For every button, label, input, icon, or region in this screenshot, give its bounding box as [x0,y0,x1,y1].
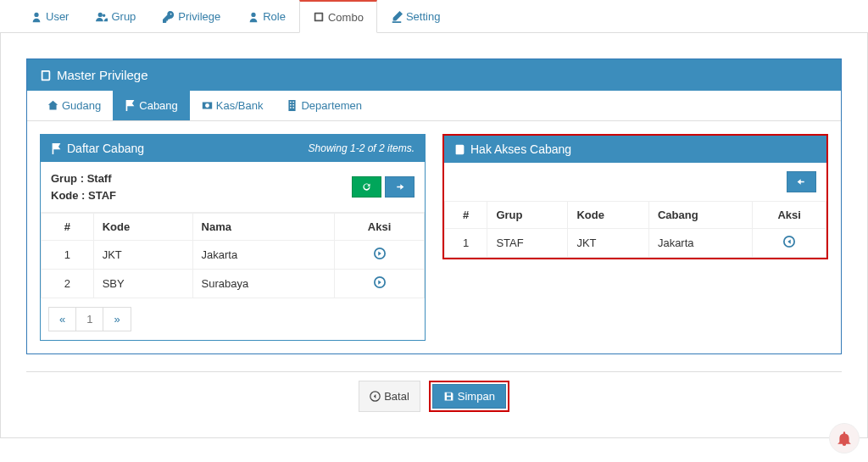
col-cabang: Cabang [648,202,753,229]
subtab-cabang[interactable]: Cabang [113,91,190,120]
tab-grup[interactable]: Grup [82,0,149,32]
unassign-all-button[interactable] [787,171,816,192]
page-prev[interactable]: « [48,307,76,331]
tab-privilege[interactable]: Privilege [149,0,234,32]
col-nama: Nama [192,214,334,241]
box-title: Hak Akses Cabang [470,142,571,156]
col-kode: Kode [93,214,192,241]
assign-all-button[interactable] [385,176,415,198]
page-next[interactable]: » [103,307,131,331]
subtab-gudang[interactable]: Gudang [36,91,113,120]
subtab-label: Departemen [301,99,362,112]
subtab-kasbank[interactable]: Kas/Bank [190,91,275,120]
tab-user[interactable]: User [17,0,82,32]
add-row-button[interactable] [374,278,386,291]
notification-bell[interactable] [829,423,860,454]
tab-label: User [46,10,69,23]
add-row-button[interactable] [374,249,386,262]
page-number[interactable]: 1 [75,307,103,331]
subtab-label: Cabang [139,99,178,112]
tab-combo[interactable]: Combo [299,0,377,33]
table-row: 2 SBY Surabaya [42,270,425,298]
tab-label: Privilege [178,10,220,23]
refresh-icon [361,181,372,192]
col-aksi: Aksi [335,214,425,241]
arrow-right-icon [394,181,405,192]
master-privilege-panel: Master Privilege Gudang Cabang Kas/Bank [26,58,842,354]
tab-label: Combo [328,11,364,24]
table-row: 1 JKT Jakarta [42,241,425,270]
role-icon [248,11,259,23]
box-title: Daftar Cabang [67,142,144,155]
money-icon [202,100,213,111]
users-icon [96,11,108,23]
col-num: # [42,214,94,241]
home-icon [47,100,58,111]
table-row: 1 STAF JKT Jakarta [445,229,826,258]
main-nav-tabs: User Grup Privilege Role Combo Setting [0,0,868,33]
arrow-left-icon [796,176,807,187]
save-icon [443,391,454,402]
group-info: Grup : Staff Kode : STAF [51,170,116,203]
refresh-button[interactable] [352,176,381,198]
back-icon [370,391,381,402]
tab-role[interactable]: Role [234,0,299,32]
tab-label: Role [263,10,286,23]
arrow-circle-left-icon [783,236,795,248]
arrow-circle-right-icon [374,248,386,259]
tab-setting[interactable]: Setting [377,0,453,32]
daftar-cabang-box: Daftar Cabang Showing 1-2 of 2 items. Gr… [40,134,426,341]
panel-heading: Master Privilege [27,59,841,91]
user-icon [31,11,42,23]
key-icon [163,11,175,23]
flag-icon [51,143,62,154]
bell-icon [837,431,852,446]
building-icon [287,100,298,111]
subtab-label: Gudang [62,99,101,112]
panel-title: Master Privilege [57,68,148,82]
col-num: # [445,202,487,229]
subtab-departemen[interactable]: Departemen [275,91,374,120]
flag-icon [125,100,136,111]
col-aksi: Aksi [753,202,826,229]
pagination: « 1 » [41,298,425,340]
remove-row-button[interactable] [783,237,795,250]
footer-buttons: Batal Simpan [26,371,842,420]
col-kode: Kode [568,202,648,229]
simpan-highlight: Simpan [429,381,509,412]
cabang-table: # Kode Nama Aksi 1 JKT Jakar [41,213,425,298]
simpan-button[interactable]: Simpan [432,384,506,409]
tab-label: Grup [111,10,136,23]
edit-icon [391,11,403,23]
subtab-label: Kas/Bank [216,99,264,112]
col-grup: Grup [487,202,568,229]
tab-label: Setting [406,10,440,23]
tab-content: Master Privilege Gudang Cabang Kas/Bank [0,33,868,438]
book-icon [40,70,52,81]
arrow-circle-right-icon [374,276,386,288]
batal-button[interactable]: Batal [359,381,420,412]
book-icon [454,144,465,155]
akses-table: # Grup Kode Cabang Aksi 1 ST [444,201,826,258]
book-icon [313,11,325,23]
sub-tabs: Gudang Cabang Kas/Bank Departemen [27,91,841,121]
list-summary: Showing 1-2 of 2 items. [309,142,415,154]
hak-akses-box: Hak Akses Cabang # [442,134,828,259]
